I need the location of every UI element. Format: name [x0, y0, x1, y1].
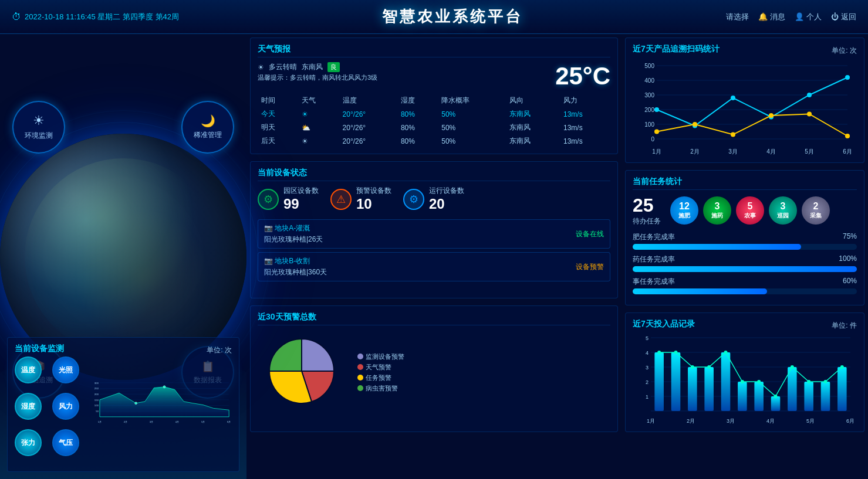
- nav-message[interactable]: 🔔 消息: [758, 12, 785, 22]
- svg-point-83: [807, 380, 810, 383]
- env-monitor-label: 环境监测: [25, 131, 53, 141]
- svg-text:4: 4: [646, 350, 649, 356]
- task-pill-巡园: 3 巡园: [769, 196, 797, 225]
- monitor-btn-wind[interactable]: 风力: [52, 393, 79, 420]
- svg-text:1: 1: [646, 394, 649, 400]
- weather-row-time: 今天: [258, 107, 298, 121]
- line-chart: 01002003004005001月2月3月4月5月6月: [633, 57, 857, 157]
- svg-rect-68: [754, 382, 764, 411]
- weather-row-winddir: 东南风: [506, 121, 560, 134]
- monitor-btn-light[interactable]: 光照: [52, 356, 79, 383]
- scan-stats-panel: 近7天产品追溯扫码统计 单位: 次 01002003004005001月2月3月…: [625, 38, 864, 163]
- sun-icon: ☀: [258, 63, 264, 72]
- svg-point-82: [791, 365, 794, 369]
- col-humidity: 湿度: [397, 94, 438, 107]
- device-label-warning: 预警设备数: [356, 186, 391, 196]
- legend-item-天气预警: 天气预警: [357, 363, 610, 372]
- task-bar-事任务完成率: 事任务完成率 60%: [633, 277, 857, 294]
- device-count-total: 99: [283, 196, 319, 212]
- monitor-btn-pressure[interactable]: 气压: [52, 429, 79, 456]
- weather-row-rain: 50%: [438, 134, 505, 148]
- svg-rect-66: [721, 352, 731, 411]
- svg-text:250: 250: [94, 387, 99, 390]
- task-pill-施肥: 12 施肥: [670, 196, 698, 225]
- scan-stats-unit: 单位: 次: [832, 46, 857, 56]
- weather-row-windforce: 13m/s: [560, 134, 610, 148]
- nav-select[interactable]: 请选择: [726, 12, 749, 22]
- legend-dot: [357, 354, 363, 359]
- svg-point-84: [824, 380, 828, 383]
- device-row-status: 设备预警: [576, 262, 604, 272]
- svg-point-47: [731, 133, 735, 137]
- svg-rect-62: [654, 352, 664, 411]
- pie-chart: [258, 330, 352, 412]
- legend-item-任务预警: 任务预警: [357, 373, 610, 382]
- temperature-display: 25°C: [555, 62, 610, 90]
- input-records-unit: 单位: 件: [832, 321, 857, 331]
- svg-text:5月: 5月: [806, 418, 815, 424]
- col-windforce: 风力: [560, 94, 610, 107]
- svg-rect-71: [804, 382, 813, 411]
- weather-row-winddir: 东南风: [506, 107, 560, 121]
- monitor-btn-humidity[interactable]: 湿度: [15, 393, 42, 420]
- svg-rect-69: [771, 396, 781, 411]
- sun-nav-icon: ☀: [33, 113, 45, 128]
- device-monitor-unit: 单位: 次: [207, 345, 232, 355]
- svg-text:200: 200: [644, 107, 654, 113]
- svg-point-76: [691, 365, 694, 369]
- device-card-total: ⚙ 园区设备数 99: [258, 186, 319, 212]
- weather-row-temp: 20°/26°: [339, 107, 397, 121]
- device-row-name: 📷 地块B-收割: [264, 256, 327, 266]
- svg-text:300: 300: [644, 92, 654, 98]
- svg-point-20: [135, 402, 137, 405]
- legend-dot: [357, 375, 363, 381]
- weather-row-icon: ☀: [298, 107, 339, 121]
- svg-text:50: 50: [96, 410, 99, 413]
- svg-text:2月: 2月: [124, 420, 127, 423]
- device-row-row-b: 📷 地块B-收割 阳光玫瑰种植|360天 设备预警: [258, 252, 610, 281]
- bell-icon: 🔔: [758, 12, 768, 21]
- weather-row-humidity: 80%: [397, 134, 438, 148]
- svg-rect-67: [738, 382, 747, 411]
- col-time: 时间: [258, 94, 298, 107]
- monitor-btn-temp[interactable]: 温度: [15, 356, 42, 383]
- env-monitor-button[interactable]: ☀ 环境监测: [12, 101, 65, 154]
- device-row-sub: 阳光玫瑰种植|360天: [264, 267, 327, 277]
- air-quality-badge: 良: [327, 62, 340, 72]
- legend-dot: [357, 385, 363, 391]
- task-pill-农事: 5 农事: [736, 196, 764, 225]
- task-stats-panel: 当前任务统计 25 待办任务 12 施肥 3 施药 5 农事 3 巡园: [625, 170, 864, 305]
- svg-text:400: 400: [644, 77, 654, 84]
- weather-table: 时间 天气 温度 湿度 降水概率 风向 风力 今天 ☀ 20°/26° 80% …: [258, 94, 610, 148]
- svg-text:2: 2: [646, 379, 649, 385]
- svg-rect-63: [671, 352, 681, 411]
- svg-point-43: [807, 93, 812, 97]
- svg-text:0: 0: [651, 136, 654, 142]
- weather-row-rain: 50%: [438, 107, 505, 121]
- weather-row-humidity: 80%: [397, 107, 438, 121]
- task-pill-采集: 2 采集: [802, 196, 830, 225]
- precision-mgmt-button[interactable]: 🌙 稀准管理: [181, 101, 234, 154]
- device-card-warning: ⚠ 预警设备数 10: [330, 186, 391, 212]
- svg-point-48: [769, 113, 774, 118]
- page-title: 智慧农业系统平台: [382, 6, 523, 27]
- svg-text:3: 3: [646, 365, 649, 371]
- datetime-text: 2022-10-18 11:16:45 星期二 第四季度 第42周: [25, 12, 179, 22]
- center-area: ☀ 环境监测 🌙 稀准管理 📦 产品追溯 📋 数据报表 当前设备监测 单位: 次…: [0, 34, 246, 479]
- svg-point-46: [693, 122, 697, 127]
- svg-text:300: 300: [94, 382, 99, 385]
- monitor-btn-tension[interactable]: 张力: [15, 429, 42, 456]
- device-card-running: ⚙ 运行设备数 20: [403, 186, 464, 212]
- legend-item-病虫害预警: 病虫害预警: [357, 384, 610, 393]
- clock-icon: ⏱: [12, 12, 21, 22]
- pie-segment-监测设备预警: [302, 339, 334, 371]
- task-total-count: 25: [633, 195, 661, 216]
- device-row-sub: 阳光玫瑰种植|26天: [264, 235, 323, 244]
- weather-row-windforce: 13m/s: [560, 121, 610, 134]
- svg-point-75: [674, 351, 678, 354]
- weather-row-icon: ☀: [298, 134, 339, 148]
- nav-personal[interactable]: 👤 个人: [795, 12, 822, 22]
- svg-text:5月: 5月: [201, 420, 205, 423]
- task-pill-施药: 3 施药: [703, 196, 731, 225]
- nav-return[interactable]: ⏻ 返回: [831, 12, 856, 22]
